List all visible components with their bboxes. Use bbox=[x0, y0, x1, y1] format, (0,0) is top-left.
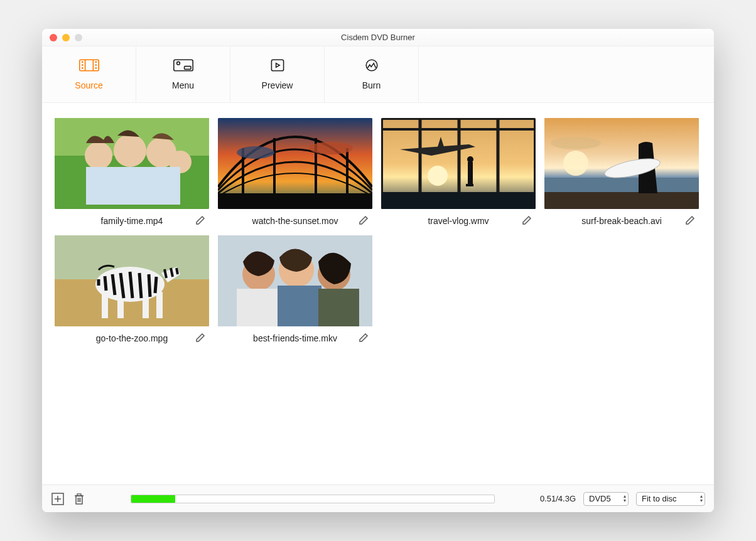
svg-rect-3 bbox=[82, 67, 83, 68]
video-filename: best-friends-time.mkv bbox=[253, 333, 337, 343]
svg-rect-69 bbox=[77, 494, 81, 496]
svg-rect-12 bbox=[271, 60, 283, 71]
svg-rect-40 bbox=[381, 192, 536, 209]
titlebar: Cisdem DVD Burner bbox=[42, 29, 714, 46]
svg-point-10 bbox=[176, 62, 180, 65]
svg-point-18 bbox=[114, 134, 146, 167]
quality-select[interactable]: Fit to disc ▴▾ bbox=[636, 492, 705, 506]
video-item[interactable]: travel-vlog.wmv bbox=[381, 118, 536, 227]
tab-source[interactable]: Source bbox=[42, 46, 136, 102]
burn-disc-icon bbox=[362, 58, 382, 74]
video-thumbnail[interactable] bbox=[381, 118, 536, 209]
app-window: Cisdem DVD Burner Source Menu Preview B bbox=[42, 29, 714, 512]
close-window-button[interactable] bbox=[50, 34, 57, 41]
delete-button[interactable] bbox=[72, 492, 86, 506]
play-preview-icon bbox=[267, 58, 288, 74]
tab-label: Preview bbox=[262, 80, 293, 90]
tab-label: Source bbox=[75, 80, 102, 90]
svg-point-17 bbox=[85, 142, 112, 169]
edit-icon[interactable] bbox=[195, 214, 207, 225]
video-thumbnail[interactable] bbox=[55, 235, 209, 326]
menu-layout-icon bbox=[173, 58, 193, 74]
svg-rect-5 bbox=[95, 64, 96, 65]
stepper-arrows-icon: ▴▾ bbox=[624, 494, 626, 503]
svg-point-28 bbox=[237, 146, 274, 159]
minimize-window-button[interactable] bbox=[62, 34, 70, 41]
main-toolbar: Source Menu Preview Burn bbox=[42, 46, 714, 103]
edit-icon[interactable] bbox=[359, 214, 370, 225]
maximize-window-button[interactable] bbox=[75, 34, 82, 41]
video-thumbnail[interactable] bbox=[544, 118, 699, 209]
svg-rect-1 bbox=[82, 62, 83, 63]
tab-menu[interactable]: Menu bbox=[136, 46, 230, 102]
tab-burn[interactable]: Burn bbox=[325, 46, 419, 102]
svg-rect-11 bbox=[184, 67, 190, 70]
svg-marker-13 bbox=[276, 63, 279, 67]
svg-rect-59 bbox=[278, 286, 321, 326]
video-thumbnail[interactable] bbox=[218, 235, 372, 326]
video-item[interactable]: watch-the-sunset.mov bbox=[218, 118, 372, 227]
thumbnail-grid: family-time.mp4 bbox=[55, 118, 701, 344]
svg-rect-6 bbox=[95, 67, 96, 68]
stepper-arrows-icon: ▴▾ bbox=[700, 494, 703, 503]
filmstrip-icon bbox=[79, 58, 99, 74]
add-button[interactable] bbox=[51, 492, 65, 506]
edit-icon[interactable] bbox=[359, 331, 370, 343]
svg-rect-37 bbox=[468, 162, 473, 186]
size-label: 0.51/4.3G bbox=[540, 494, 576, 503]
video-filename: surf-break-beach.avi bbox=[581, 216, 662, 226]
video-item[interactable]: best-friends-time.mkv bbox=[218, 235, 372, 344]
svg-rect-60 bbox=[318, 289, 359, 326]
video-item[interactable]: go-to-the-zoo.mpg bbox=[55, 235, 209, 344]
video-filename: watch-the-sunset.mov bbox=[252, 216, 338, 226]
progress-container bbox=[94, 495, 532, 503]
content-area: family-time.mp4 bbox=[42, 103, 714, 485]
tab-label: Menu bbox=[172, 80, 194, 90]
svg-point-31 bbox=[428, 166, 448, 186]
svg-point-46 bbox=[551, 137, 601, 149]
svg-rect-44 bbox=[544, 192, 699, 209]
video-thumbnail[interactable] bbox=[218, 118, 372, 209]
edit-icon[interactable] bbox=[522, 214, 533, 225]
video-item[interactable]: family-time.mp4 bbox=[55, 118, 209, 227]
quality-value: Fit to disc bbox=[642, 494, 677, 503]
svg-point-42 bbox=[563, 151, 588, 176]
svg-rect-50 bbox=[102, 292, 108, 318]
tab-preview[interactable]: Preview bbox=[230, 46, 325, 102]
video-filename: go-to-the-zoo.mpg bbox=[96, 333, 168, 343]
window-title: Cisdem DVD Burner bbox=[42, 33, 714, 42]
progress-fill bbox=[131, 495, 175, 503]
svg-rect-53 bbox=[156, 292, 163, 318]
svg-point-38 bbox=[467, 156, 473, 163]
svg-rect-21 bbox=[86, 167, 180, 205]
disc-type-select[interactable]: DVD5 ▴▾ bbox=[583, 492, 629, 506]
tab-label: Burn bbox=[362, 80, 381, 90]
svg-point-29 bbox=[309, 142, 353, 154]
size-progress-bar bbox=[131, 495, 495, 503]
svg-rect-58 bbox=[237, 289, 281, 326]
video-item[interactable]: surf-break-beach.avi bbox=[544, 118, 699, 227]
footer-bar: 0.51/4.3G DVD5 ▴▾ Fit to disc ▴▾ bbox=[42, 485, 714, 512]
svg-rect-4 bbox=[95, 62, 96, 63]
svg-rect-39 bbox=[466, 184, 473, 186]
edit-icon[interactable] bbox=[685, 214, 696, 225]
disc-type-value: DVD5 bbox=[589, 494, 611, 503]
svg-rect-27 bbox=[218, 193, 372, 209]
edit-icon[interactable] bbox=[195, 331, 207, 343]
svg-rect-2 bbox=[82, 64, 83, 65]
svg-rect-52 bbox=[143, 293, 149, 318]
traffic-lights bbox=[42, 34, 82, 41]
video-filename: family-time.mp4 bbox=[101, 216, 163, 226]
video-filename: travel-vlog.wmv bbox=[428, 216, 489, 226]
video-thumbnail[interactable] bbox=[55, 118, 209, 209]
